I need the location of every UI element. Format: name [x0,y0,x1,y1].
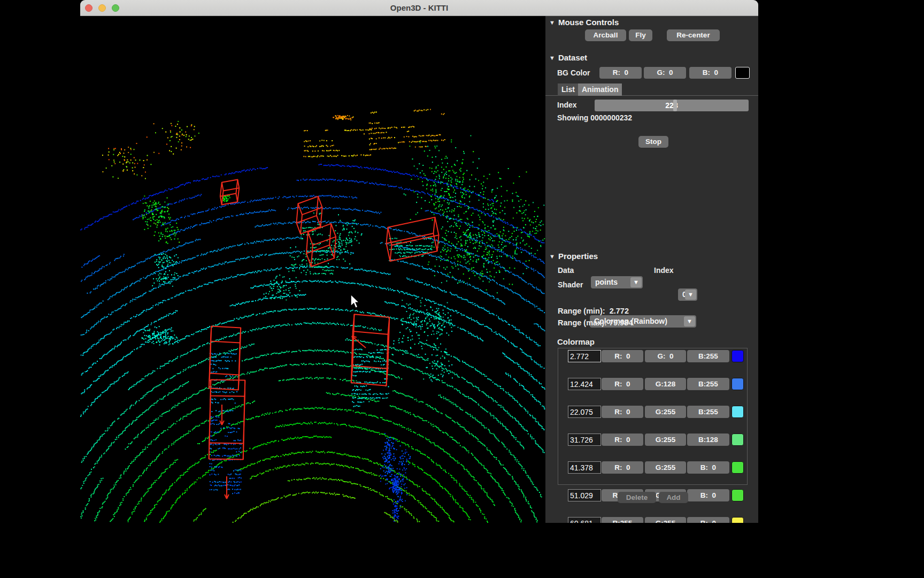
section-properties[interactable]: ▼Properties [549,252,598,261]
add-button[interactable]: Add [659,492,688,503]
side-panel: ▼Mouse Controls Arcball Fly Re-center ▼D… [545,16,758,523]
range-max: Range (max): 79.984 [558,318,633,327]
colormap-row: 12.424R: 0G:128B:255 [558,377,747,391]
colormap-row: 22.075R: 0G:255B:255 [558,405,747,419]
index-slider-value: 228 [595,100,749,111]
colormap-b-field[interactable]: B:255 [687,406,729,418]
data-dropdown[interactable]: points ▼ [591,276,643,288]
colormap-color-swatch[interactable] [732,434,744,446]
data-label: Data [558,266,574,275]
open3d-window: Open3D - KITTI ▼Mouse Controls Arcball F… [80,0,758,523]
colormap-color-swatch[interactable] [732,461,744,474]
colormap-g-field[interactable]: G:255 [645,517,686,523]
colormap-b-field[interactable]: B:255 [687,378,729,390]
colormap-g-field[interactable]: G: 0 [645,350,686,362]
colormap-row: 41.378R: 0G:255B: 0 [558,461,747,475]
chevron-down-icon: ▼ [630,277,642,287]
section-dataset[interactable]: ▼Dataset [549,53,587,62]
prop-index-dropdown[interactable]: 0 ▼ [678,288,697,301]
colormap-value-field[interactable]: 12.424 [568,378,601,390]
mouse-cursor-icon [349,293,360,309]
index-slider[interactable]: 228 [595,100,749,111]
titlebar[interactable]: Open3D - KITTI [80,0,758,16]
prop-index-label: Index [654,266,674,275]
colormap-value-field[interactable]: 41.378 [568,461,601,474]
colormap-g-field[interactable]: G:255 [645,406,686,418]
colormap-color-swatch[interactable] [732,378,744,390]
bg-color-label: BG Color [557,69,590,77]
colormap-color-swatch[interactable] [732,406,744,418]
collapse-triangle-icon: ▼ [549,253,555,260]
shader-label: Shader [558,280,583,289]
desktop: Open3D - KITTI ▼Mouse Controls Arcball F… [0,0,924,578]
colormap-b-field[interactable]: B:255 [687,350,729,362]
colormap-color-swatch[interactable] [732,517,744,523]
colormap-label: Colormap [557,337,595,346]
colormap-g-field[interactable]: G:255 [645,434,686,446]
colormap-r-field[interactable]: R:255 [602,517,643,523]
colormap-color-swatch[interactable] [732,489,744,501]
range-min: Range (min): 2.772 [558,307,629,315]
colormap-value-field[interactable]: 31.726 [568,434,601,446]
colormap-value-field[interactable]: 51.029 [568,489,601,501]
colormap-b-field[interactable]: B: 0 [687,461,729,474]
colormap-g-field[interactable]: G:128 [645,378,686,390]
bg-color-swatch[interactable] [735,67,750,79]
bg-red-field[interactable]: R: 0 [599,67,642,79]
bg-blue-field[interactable]: B: 0 [689,67,732,79]
delete-button[interactable]: Delete [618,492,656,503]
bg-green-field[interactable]: G: 0 [644,67,686,79]
tab-animation[interactable]: Animation [578,83,622,96]
arcball-button[interactable]: Arcball [585,29,626,41]
colormap-value-field[interactable]: 60.681 [568,517,601,523]
pointcloud-canvas[interactable] [80,16,545,523]
recenter-button[interactable]: Re-center [667,29,720,41]
colormap-row: 31.726R: 0G:255B:128 [558,433,747,447]
chevron-down-icon: ▼ [684,316,695,326]
colormap-table: 2.772R: 0G: 0B:25512.424R: 0G:128B:25522… [558,348,748,485]
collapse-triangle-icon: ▼ [549,19,555,26]
colormap-r-field[interactable]: R: 0 [602,406,643,418]
colormap-value-field[interactable]: 2.772 [568,350,601,362]
showing-label: Showing 0000000232 [557,113,632,122]
stop-button[interactable]: Stop [638,136,668,148]
chevron-down-icon: ▼ [685,290,696,300]
colormap-r-field[interactable]: R: 0 [602,378,643,390]
section-mouse-controls[interactable]: ▼Mouse Controls [549,18,619,27]
colormap-b-field[interactable]: B: 0 [687,517,729,523]
colormap-r-field[interactable]: R: 0 [602,350,643,362]
colormap-color-swatch[interactable] [732,350,744,362]
colormap-value-field[interactable]: 22.075 [568,406,601,418]
viewport-3d[interactable] [80,16,545,523]
collapse-triangle-icon: ▼ [549,55,555,61]
index-label: Index [557,101,577,109]
index-slider-thumb[interactable] [673,100,677,111]
tab-list[interactable]: List [558,83,579,96]
colormap-row: 2.772R: 0G: 0B:255 [558,349,747,363]
colormap-b-field[interactable]: B: 0 [687,489,729,501]
fly-button[interactable]: Fly [629,29,652,41]
colormap-r-field[interactable]: R: 0 [602,434,643,446]
colormap-r-field[interactable]: R: 0 [602,461,643,474]
colormap-b-field[interactable]: B:128 [687,434,729,446]
colormap-row: 60.681R:255G:255B: 0 [558,516,747,523]
colormap-g-field[interactable]: G:255 [645,461,686,474]
window-title: Open3D - KITTI [80,0,758,16]
